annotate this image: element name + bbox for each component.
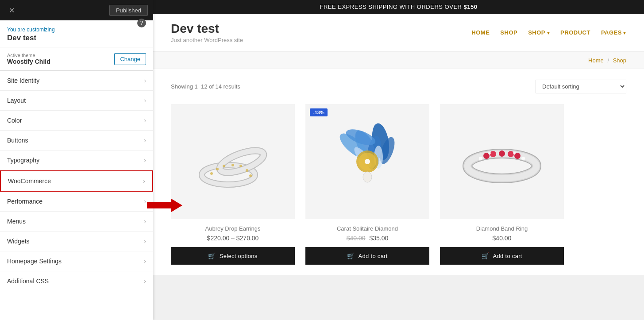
product-btn-2[interactable]: 🛒 Add to cart xyxy=(305,247,429,265)
published-button[interactable]: Published xyxy=(109,5,148,16)
svg-point-8 xyxy=(231,164,234,166)
cart-icon: 🛒 xyxy=(347,252,355,259)
nav-item-shop[interactable]: Shop xyxy=(500,29,517,36)
sidebar-item-color[interactable]: Color › xyxy=(0,111,153,131)
sidebar-item-buttons[interactable]: Buttons › xyxy=(0,131,153,150)
product-name-3: Diamond Band Ring xyxy=(440,225,564,232)
svg-point-9 xyxy=(239,165,242,167)
breadcrumb-separator: / xyxy=(607,57,609,64)
sidebar-item-typography[interactable]: Typography › xyxy=(0,150,153,170)
sidebar-item-menus[interactable]: Menus › xyxy=(0,212,153,231)
product-name-1: Aubrey Drop Earrings xyxy=(171,225,295,232)
sidebar-item-label: Homepage Settings xyxy=(7,258,62,265)
cart-icon: 🛒 xyxy=(208,252,216,259)
sidebar-item-label: Menus xyxy=(7,218,26,225)
chevron-right-icon: › xyxy=(143,177,145,185)
sidebar-menu: Site Identity › Layout › Color › Buttons… xyxy=(0,71,153,291)
product-image-ring xyxy=(458,113,546,210)
sidebar-item-label: Typography xyxy=(7,157,39,164)
breadcrumb: Home / Shop xyxy=(588,57,626,64)
svg-point-5 xyxy=(210,172,213,175)
help-icon[interactable]: ? xyxy=(137,19,146,27)
product-btn-3[interactable]: 🛒 Add to cart xyxy=(440,247,564,265)
chevron-right-icon: › xyxy=(144,157,146,164)
sidebar-item-site-identity[interactable]: Site Identity › xyxy=(0,71,153,91)
sidebar-item-label: WooCommerce xyxy=(8,177,51,185)
active-theme-section: Active theme Woostify Child Change xyxy=(0,47,153,71)
site-navigation: HOME Shop SHOP PRODUCT PAGES xyxy=(471,29,626,36)
svg-point-30 xyxy=(508,151,514,157)
product-image-earrings xyxy=(193,113,273,210)
site-logo-area: Dev test Just another WordPress site xyxy=(171,22,243,43)
sidebar-item-label: Color xyxy=(7,117,22,124)
product-image-2: -13% xyxy=(305,104,429,219)
nav-item-pages[interactable]: PAGES xyxy=(601,29,626,36)
site-title: Dev test xyxy=(171,22,243,36)
breadcrumb-home-link[interactable]: Home xyxy=(588,57,604,64)
chevron-right-icon: › xyxy=(144,238,146,245)
product-image-3 xyxy=(440,104,564,219)
product-card-2: -13% xyxy=(305,104,429,265)
theme-name: Woostify Child xyxy=(7,58,50,65)
product-btn-label-3: Add to cart xyxy=(493,253,522,259)
change-theme-button[interactable]: Change xyxy=(114,53,146,65)
sidebar-item-woocommerce[interactable]: WooCommerce › xyxy=(0,170,153,192)
breadcrumb-bar: Home / Shop xyxy=(153,52,644,69)
product-badge-2: -13% xyxy=(310,108,328,116)
chevron-right-icon: › xyxy=(144,198,146,205)
svg-point-11 xyxy=(249,174,252,177)
chevron-right-icon: › xyxy=(144,97,146,104)
sidebar-item-label: Buttons xyxy=(7,137,28,144)
product-price-1: $220.00 – $270.00 xyxy=(171,235,295,242)
product-card-3: Diamond Band Ring $40.00 🛒 Add to cart xyxy=(440,104,564,265)
sidebar-header: ✕ Published xyxy=(0,0,153,20)
product-image-1 xyxy=(171,104,295,219)
nav-item-home[interactable]: HOME xyxy=(471,29,490,36)
svg-point-32 xyxy=(479,157,482,160)
product-card-1: Aubrey Drop Earrings $220.00 – $270.00 🛒… xyxy=(171,104,295,265)
svg-point-10 xyxy=(246,169,248,172)
promo-text: FREE EXPRESS SHIPPING WITH ORDERS OVER $… xyxy=(320,4,478,10)
chevron-right-icon: › xyxy=(144,278,146,285)
customizing-label: You are customizing xyxy=(7,27,146,33)
shop-toolbar: Showing 1–12 of 14 results Default sorti… xyxy=(171,80,626,93)
product-price-3: $40.00 xyxy=(440,235,564,242)
customizing-section: ? You are customizing Dev test xyxy=(0,20,153,47)
product-price-original-2: $40.00 xyxy=(347,235,366,242)
sidebar-item-additional-css[interactable]: Additional CSS › xyxy=(0,271,153,291)
results-count: Showing 1–12 of 14 results xyxy=(171,83,240,90)
close-button[interactable]: ✕ xyxy=(5,4,18,16)
svg-point-33 xyxy=(521,157,525,160)
sidebar-item-label: Additional CSS xyxy=(7,278,49,285)
theme-info: Active theme Woostify Child xyxy=(7,53,50,65)
sidebar-item-label: Widgets xyxy=(7,238,30,245)
chevron-right-icon: › xyxy=(144,77,146,84)
sidebar-item-label: Site Identity xyxy=(7,77,39,84)
sidebar-item-homepage-settings[interactable]: Homepage Settings › xyxy=(0,251,153,271)
nav-item-product[interactable]: PRODUCT xyxy=(560,29,590,36)
product-price-sale-2: $35.00 xyxy=(369,235,388,242)
svg-point-35 xyxy=(513,152,516,154)
main-content: FREE EXPRESS SHIPPING WITH ORDERS OVER $… xyxy=(153,0,644,320)
sidebar-item-widgets[interactable]: Widgets › xyxy=(0,231,153,251)
product-btn-1[interactable]: 🛒 Select options xyxy=(171,247,295,265)
sidebar-item-layout[interactable]: Layout › xyxy=(0,91,153,111)
site-tagline: Just another WordPress site xyxy=(171,37,243,43)
product-name-2: Carat Solitaire Diamond xyxy=(305,225,429,232)
svg-point-6 xyxy=(216,168,219,170)
sidebar-item-label: Layout xyxy=(7,97,26,104)
product-image-brooch xyxy=(328,113,407,210)
product-btn-label-2: Add to cart xyxy=(359,253,388,259)
customizer-sidebar: ✕ Published ? You are customizing Dev te… xyxy=(0,0,153,320)
sidebar-item-label: Performance xyxy=(7,198,42,205)
sort-select[interactable]: Default sorting Sort by popularity Sort … xyxy=(536,80,626,93)
nav-item-shop-dropdown[interactable]: SHOP xyxy=(528,29,550,36)
breadcrumb-current: Shop xyxy=(613,57,626,64)
sidebar-item-performance[interactable]: Performance › xyxy=(0,192,153,212)
svg-point-4 xyxy=(217,146,266,177)
chevron-right-icon: › xyxy=(144,137,146,144)
svg-point-22 xyxy=(363,172,372,182)
chevron-right-icon: › xyxy=(144,218,146,225)
chevron-right-icon: › xyxy=(144,117,146,124)
chevron-right-icon: › xyxy=(144,258,146,265)
